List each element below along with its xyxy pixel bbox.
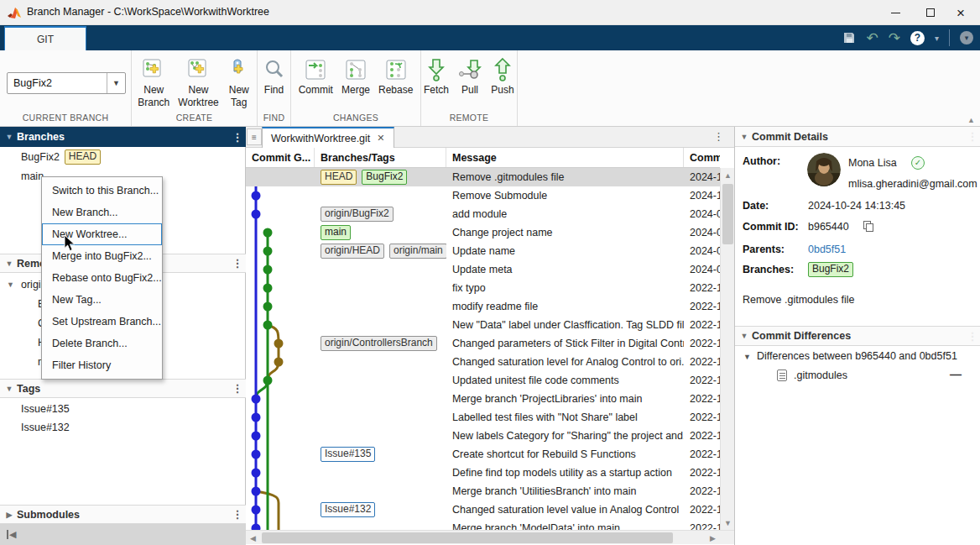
submodules-panel-menu-icon[interactable]: ⋮ xyxy=(229,508,246,521)
horizontal-scrollbar[interactable]: ◀ ▶ xyxy=(246,530,734,544)
push-icon xyxy=(492,55,513,84)
collapse-icon[interactable]: ▼ xyxy=(743,353,751,361)
vertical-scroll-thumb[interactable] xyxy=(722,184,733,244)
collapse-icon[interactable]: ▼ xyxy=(737,133,752,141)
mouse-cursor xyxy=(64,234,76,252)
commit-row[interactable]: mainChange project name2024-0 xyxy=(246,223,720,242)
qat-menu-icon[interactable]: ▾ xyxy=(960,31,973,45)
col-commit-date[interactable]: Commi xyxy=(684,148,720,167)
expand-icon[interactable]: ▶ xyxy=(2,511,17,519)
menu-item[interactable]: New Worktree... xyxy=(42,223,162,245)
branch-item-BugFix2[interactable]: BugFix2HEAD xyxy=(0,147,246,166)
scroll-down-icon[interactable]: ▼ xyxy=(721,516,735,530)
push-label: Push xyxy=(491,84,513,97)
commit-row[interactable]: Labelled test files with "Not Share" lab… xyxy=(246,408,720,427)
commit-row[interactable]: modify readme file2022-1 xyxy=(246,297,720,316)
commit-row[interactable]: Merge branch 'UtilitiesBranch' into main… xyxy=(246,482,720,500)
commit-row[interactable]: Merge branch 'ModelData' into main2022-1 xyxy=(246,519,720,530)
fetch-button[interactable]: Fetch xyxy=(421,54,451,98)
new-tag-button[interactable]: New Tag xyxy=(225,54,253,111)
menu-item[interactable]: Filter History xyxy=(42,354,162,376)
tab-close-icon[interactable]: ✕ xyxy=(377,133,384,144)
tag-item-Issue#132[interactable]: Issue#132 xyxy=(0,417,246,437)
help-dropdown-icon[interactable]: ▾ xyxy=(935,34,939,43)
new-worktree-button[interactable]: New Worktree xyxy=(175,54,221,111)
commit-row[interactable]: fix typo2022-1 xyxy=(246,279,720,297)
commit-row[interactable]: HEADBugFix2Remove .gitmodules file2024-1 xyxy=(246,168,720,186)
menu-item[interactable]: Rebase onto BugFix2... xyxy=(42,267,162,289)
differences-root[interactable]: Differences between b965440 and 0bd5f51 xyxy=(757,350,957,362)
commit-row[interactable]: Merge branch 'ProjectLibraries' into mai… xyxy=(246,390,720,408)
scroll-up-icon[interactable]: ▲ xyxy=(721,168,735,182)
save-icon[interactable] xyxy=(842,31,856,45)
commit-row[interactable]: origin/BugFix2add module2024-0 xyxy=(246,205,720,223)
tag-item-Issue#135[interactable]: Issue#135 xyxy=(0,399,246,418)
commit-details-header[interactable]: ▼ Commit Details ⋮ xyxy=(735,127,980,147)
tab-list-icon[interactable]: ≡ xyxy=(247,128,262,145)
branches-panel-menu-icon[interactable]: ⋮ xyxy=(229,131,246,144)
collapse-icon[interactable]: ▼ xyxy=(737,332,752,340)
tags-panel-header[interactable]: ▼ Tags ⋮ xyxy=(0,379,246,398)
commit-button[interactable]: Commit xyxy=(296,54,336,98)
commit-differences-header[interactable]: ▼ Commit Differences ⋮ xyxy=(735,326,980,346)
branches-panel-header[interactable]: ▼ Branches ⋮ xyxy=(0,127,246,147)
commit-row[interactable]: Define find top models utility as a star… xyxy=(246,464,720,482)
commit-row[interactable]: origin/ControllersBranchChanged paramete… xyxy=(246,334,720,353)
badges-cell: HEADBugFix2 xyxy=(315,168,446,186)
merge-button[interactable]: Merge xyxy=(339,54,373,98)
tab-bar-menu-icon[interactable]: ⋮ xyxy=(713,130,724,143)
parent-commit-link[interactable]: 0bd5f51 xyxy=(808,244,846,255)
commit-row[interactable]: New "Data" label under Clasffication. Ta… xyxy=(246,316,720,334)
new-branch-button[interactable]: New Branch xyxy=(135,54,172,111)
vertical-scrollbar[interactable]: ▲ ▼ xyxy=(720,168,734,530)
commit-row[interactable]: Changed saturation level for Analog Cont… xyxy=(246,353,720,371)
copy-icon[interactable] xyxy=(863,221,874,233)
menu-item[interactable]: New Branch... xyxy=(42,202,162,223)
col-branches-tags[interactable]: Branches/Tags xyxy=(315,148,446,167)
push-button[interactable]: Push xyxy=(488,54,517,98)
document-tab[interactable]: WorkwithWorktree.git ✕ xyxy=(262,127,394,148)
commit-row[interactable]: Issue#135Create shortcut for Rebuild S F… xyxy=(246,445,720,464)
rebase-button[interactable]: Rebase xyxy=(376,54,415,98)
menu-item[interactable]: Switch to this Branch... xyxy=(42,180,162,202)
dropdown-arrow-icon[interactable]: ▼ xyxy=(107,73,125,93)
scroll-left-icon[interactable]: ◀ xyxy=(246,531,260,545)
graph-cell xyxy=(246,334,315,353)
col-commit-graph[interactable]: Commit G... xyxy=(246,148,315,167)
commit-row[interactable]: Issue#132Changed saturation level value … xyxy=(246,500,720,519)
scroll-right-icon[interactable]: ▶ xyxy=(706,531,720,545)
collapse-icon[interactable]: ▼ xyxy=(2,385,17,393)
commit-differences-menu-icon[interactable]: ⋮ xyxy=(964,330,980,343)
menu-item[interactable]: Delete Branch... xyxy=(42,333,162,354)
pull-button[interactable]: Pull xyxy=(455,54,485,98)
minimize-button[interactable] xyxy=(876,0,915,25)
tags-panel-menu-icon[interactable]: ⋮ xyxy=(229,382,246,395)
help-icon[interactable]: ? xyxy=(910,31,925,45)
remotes-panel-menu-icon[interactable]: ⋮ xyxy=(229,257,246,270)
find-button[interactable]: Find xyxy=(260,54,289,98)
menu-item[interactable]: Merge into BugFix2... xyxy=(42,245,162,267)
undo-icon[interactable]: ↶ xyxy=(866,31,878,45)
col-message[interactable]: Message xyxy=(446,148,684,167)
collapse-icon[interactable]: ▼ xyxy=(2,133,17,141)
horizontal-scroll-thumb[interactable] xyxy=(262,532,673,543)
commit-row[interactable]: New labels Category for "Sharing" the pr… xyxy=(246,427,720,445)
commit-row[interactable]: Update meta2024-0 xyxy=(246,260,720,279)
menu-item[interactable]: New Tag... xyxy=(42,289,162,311)
current-branch-dropdown[interactable]: BugFix2 ▼ xyxy=(7,72,126,94)
collapse-icon[interactable]: ▼ xyxy=(7,280,14,289)
tab-git[interactable]: GIT xyxy=(4,26,86,50)
commit-details-menu-icon[interactable]: ⋮ xyxy=(964,130,980,143)
diff-file-name[interactable]: .gitmodules xyxy=(794,369,847,381)
collapse-sidebar-icon[interactable]: ◀ xyxy=(7,529,16,540)
commit-row[interactable]: origin/HEADorigin/mainUpdate name2024-0 xyxy=(246,242,720,260)
collapse-toolstrip-icon[interactable]: ▲ xyxy=(967,116,975,124)
new-branch-icon xyxy=(142,55,165,84)
redo-icon[interactable]: ↷ xyxy=(889,31,900,45)
collapse-icon[interactable]: ▼ xyxy=(2,259,17,268)
commit-row[interactable]: Updated unitest file code comments2022-1 xyxy=(246,371,720,390)
menu-item[interactable]: Set Upstream Branch... xyxy=(42,311,162,333)
commit-row[interactable]: Remove Submodule2024-1 xyxy=(246,186,720,205)
submodules-panel-header[interactable]: ▶ Submodules ⋮ xyxy=(0,505,246,524)
close-button[interactable]: × xyxy=(941,0,980,25)
